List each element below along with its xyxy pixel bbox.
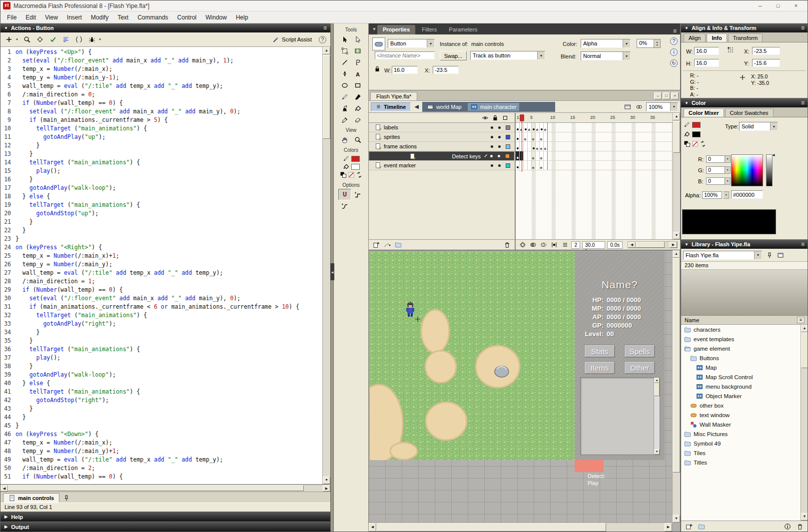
library-item-menu-background[interactable]: menu background [681,382,801,391]
alpha-field[interactable]: 100% [702,191,722,199]
slider-handle-icon[interactable]: ◄ [772,153,776,157]
properties-help-icon[interactable]: ? [670,37,678,45]
library-item-event-templates[interactable]: event templates [681,334,801,344]
playhead[interactable] [520,114,524,121]
pin-library-button[interactable] [765,251,774,260]
insert-layer-button[interactable] [372,240,381,249]
frame-rate-indicator[interactable]: 30.0 fps [582,241,605,249]
stage-canvas[interactable]: Name? HP:0000 / 0000MP:0000 / 0000AP:000… [369,250,672,523]
gradient-transform-tool[interactable] [351,45,364,56]
stage-hscroll[interactable]: ◀▶ [369,523,672,532]
panel-menu-icon[interactable]: ≡ [801,99,805,106]
layer-visibility-dot[interactable] [490,155,493,157]
menu-modify[interactable]: Modify [86,12,113,22]
hud-button-items[interactable]: Items [584,361,615,374]
library-document-select[interactable]: Flash Yipe.fla▼ [683,251,762,260]
frames-labels[interactable] [516,123,673,132]
code-editor[interactable]: 1on (keyPress "<Up>") {2 set(eval ("/:fl… [0,48,322,484]
timeline-zoom-select[interactable]: 100%▼ [646,102,678,111]
layer-lock-dot[interactable] [498,126,501,129]
show-code-hint-button[interactable] [74,35,83,44]
fill-type-select[interactable]: Solid▼ [739,122,778,131]
layer-sprites[interactable]: sprites [369,132,515,142]
panel-menu-icon[interactable]: ≡ [801,24,805,31]
layer-outline-color[interactable] [506,163,510,168]
library-item-wall-masker[interactable]: Wall Masker [681,420,801,429]
layer-outline-color[interactable] [506,125,510,130]
hud-button-spells[interactable]: Spells [624,345,655,358]
frames-detect-keys[interactable] [516,151,673,161]
script-tab-main-controls[interactable]: main controls [3,493,59,503]
close-button[interactable]: × [787,0,805,11]
swap-button[interactable]: Swap... [440,51,467,60]
eyedropper-tool[interactable] [338,114,351,125]
alpha-slider-icon[interactable]: ▾ [724,191,729,199]
edit-scene-button[interactable] [623,103,632,110]
no-color-button[interactable] [348,171,355,180]
new-symbol-button[interactable] [685,522,694,531]
selection-tool[interactable] [338,33,351,45]
new-library-window-button[interactable] [776,251,785,260]
channel-field[interactable]: 0 [706,155,725,163]
add-motion-guide-button[interactable] [383,240,392,249]
free-transform-tool[interactable] [338,45,351,56]
align-panel-header[interactable]: ▼ Align & Info & Transform ≡ [681,23,808,32]
track-as-select[interactable]: Track as button▼ [470,51,545,60]
symbol-type-select[interactable]: Button▼ [388,39,435,48]
subselection-tool[interactable] [351,33,364,45]
script-assist-button[interactable]: Script Assist [269,35,315,44]
info-height-field[interactable] [694,59,719,67]
timeline-hscroll[interactable]: ◀▶ [628,241,678,248]
smooth-tool[interactable] [338,200,351,212]
timeline-minimize-button[interactable]: – [654,92,662,99]
layer-frame-actions[interactable]: frame actions [369,142,515,151]
add-script-button[interactable] [4,35,13,44]
menu-view[interactable]: View [40,12,62,22]
fill-color-swatch[interactable] [351,164,360,170]
insert-target-path-button[interactable] [35,35,44,44]
timeline-toggle-button[interactable]: Timeline [371,102,411,111]
timeline-close-button[interactable]: × [671,92,679,99]
menu-window[interactable]: Window [201,12,231,22]
ink-bottle-tool[interactable] [338,102,351,114]
library-item-map-scroll-control[interactable]: Map Scroll Control [681,372,801,382]
delete-layer-button[interactable] [503,240,512,249]
channel-slider-icon[interactable]: ▾ [725,166,731,174]
layer-detect-keys[interactable]: Detect keys [369,151,515,161]
edit-multiple-frames-button[interactable] [550,240,559,249]
layer-visibility-dot[interactable] [491,164,493,167]
mixer-stroke-swatch[interactable] [692,122,701,128]
menu-help[interactable]: Help [231,12,253,22]
menu-edit[interactable]: Edit [21,12,40,22]
help-panel-header[interactable]: ▶ Help [0,512,330,522]
instance-name-input[interactable] [375,51,435,59]
menu-insert[interactable]: Insert [62,12,86,22]
tab-align[interactable]: Align [684,33,706,42]
pen-tool[interactable] [338,68,351,79]
layer-outline-color[interactable] [506,135,510,139]
tab-color-mixer[interactable]: Color Mixer [684,108,724,117]
frames-sprites[interactable] [516,132,673,142]
tab-filters[interactable]: Filters [416,25,442,34]
pencil-tool[interactable] [338,91,351,102]
rectangle-tool[interactable] [351,79,364,91]
onion-skin-outlines-button[interactable] [540,240,548,249]
layer-visibility-dot[interactable] [491,145,493,148]
zoom-tool[interactable] [351,134,364,145]
tab-transform[interactable]: Transform [728,33,763,42]
paint-bucket-tool[interactable] [351,102,364,114]
menu-text[interactable]: Text [113,12,133,22]
library-item-map[interactable]: Map [681,363,801,372]
output-panel-header[interactable]: ▶ Output [0,522,330,532]
scroll-down-icon[interactable]: ▼ [323,477,330,484]
timeline-vscroll[interactable]: ▲ ▼ [673,113,680,239]
hud-button-other[interactable]: Other [624,361,655,374]
info-width-field[interactable] [694,47,719,55]
panel-menu-icon[interactable]: ≡ [323,24,327,31]
color-panel-header[interactable]: ▼ Color ≡ [681,98,808,107]
modify-onion-markers-button[interactable] [561,240,569,249]
frames-frame-actions[interactable] [516,142,673,151]
frame-area[interactable]: 15101520253035 [516,113,673,239]
library-panel-header[interactable]: ▼ Library - Flash Yipe.fla ≡ [681,240,808,249]
panel-menu-icon[interactable]: ≡ [673,27,677,34]
